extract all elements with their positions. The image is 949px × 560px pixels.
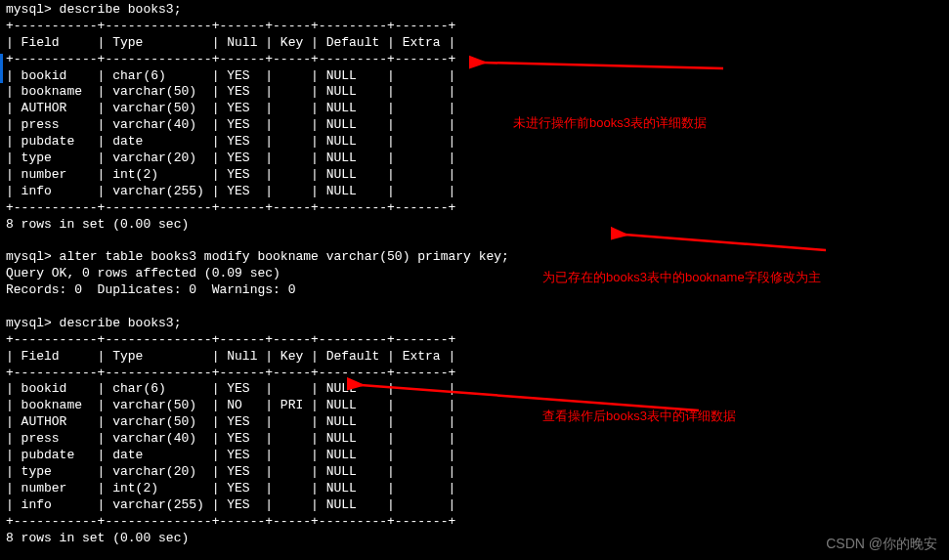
window-selection-bar bbox=[0, 54, 3, 83]
table-row: | pubdate | date | YES | | NULL | | bbox=[6, 448, 943, 464]
table-footer: 8 rows in set (0.00 sec) bbox=[6, 217, 943, 234]
table-row: | number | int(2) | YES | | NULL | | bbox=[6, 481, 943, 497]
table-header: | Field | Type | Null | Key | Default | … bbox=[6, 35, 943, 52]
table-divider: +-----------+--------------+------+-----… bbox=[6, 19, 943, 35]
query-result: Records: 0 Duplicates: 0 Warnings: 0 bbox=[6, 282, 943, 299]
table-row: | type | varchar(20) | YES | | NULL | | bbox=[6, 464, 943, 481]
table-row: | info | varchar(255) | YES | | NULL | | bbox=[6, 497, 943, 514]
table-row: | bookid | char(6) | YES | | NULL | | bbox=[6, 381, 943, 398]
table-header: | Field | Type | Null | Key | Default | … bbox=[6, 349, 943, 366]
table-divider: +-----------+--------------+------+-----… bbox=[6, 332, 943, 349]
table-divider: +-----------+--------------+------+-----… bbox=[6, 514, 943, 531]
table-divider: +-----------+--------------+------+-----… bbox=[6, 200, 943, 217]
table-row: | pubdate | date | YES | | NULL | | bbox=[6, 134, 943, 151]
table-row: | bookid | char(6) | YES | | NULL | | bbox=[6, 68, 943, 85]
terminal-output: mysql> describe books3; +-----------+---… bbox=[6, 2, 943, 560]
table-row: | press | varchar(40) | YES | | NULL | | bbox=[6, 117, 943, 134]
table-divider: +-----------+--------------+------+-----… bbox=[6, 52, 943, 68]
query-result: Query OK, 0 rows affected (0.09 sec) bbox=[6, 266, 943, 282]
table-row: | type | varchar(20) | YES | | NULL | | bbox=[6, 151, 943, 167]
table-row: | bookname | varchar(50) | NO | PRI | NU… bbox=[6, 398, 943, 414]
table-row: | AUTHOR | varchar(50) | YES | | NULL | … bbox=[6, 101, 943, 117]
table-row: | AUTHOR | varchar(50) | YES | | NULL | … bbox=[6, 414, 943, 431]
sql-prompt[interactable]: mysql> alter table books3 modify booknam… bbox=[6, 249, 943, 266]
table-footer: 8 rows in set (0.00 sec) bbox=[6, 531, 943, 547]
sql-prompt[interactable]: mysql> describe books3; bbox=[6, 2, 943, 19]
table-row: | number | int(2) | YES | | NULL | | bbox=[6, 167, 943, 184]
table-row: | bookname | varchar(50) | YES | | NULL … bbox=[6, 84, 943, 101]
table-divider: +-----------+--------------+------+-----… bbox=[6, 366, 943, 382]
table-row: | info | varchar(255) | YES | | NULL | | bbox=[6, 184, 943, 200]
sql-prompt[interactable]: mysql> describe books3; bbox=[6, 316, 943, 332]
table-row: | press | varchar(40) | YES | | NULL | | bbox=[6, 431, 943, 448]
